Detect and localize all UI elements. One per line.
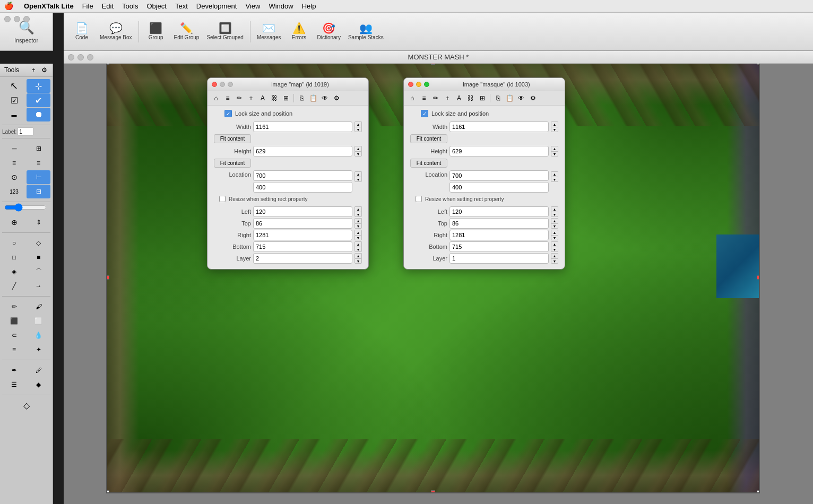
insp2-loc-down[interactable]: ▼ [551, 177, 558, 182]
tool-lasso[interactable]: ⊂ [2, 328, 26, 342]
insp1-left-input[interactable] [253, 206, 352, 217]
toolbar-message-box[interactable]: 💬 Message Box [97, 16, 135, 48]
insp2-left-up[interactable]: ▲ [551, 206, 558, 212]
insp2-layer-input[interactable] [449, 253, 549, 264]
canvas-close[interactable] [68, 54, 74, 60]
insp1-width-up[interactable]: ▲ [354, 121, 362, 127]
insp2-resize-checkbox[interactable] [416, 196, 422, 202]
insp1-tool-copy[interactable]: ⎘ [296, 93, 307, 103]
insp1-tool-preview[interactable]: 👁 [319, 93, 330, 103]
tool-rect-empty[interactable]: □ [2, 250, 26, 264]
menu-text[interactable]: Text [175, 2, 188, 10]
tools-zoom[interactable] [23, 16, 30, 22]
insp2-tool-copy[interactable]: ⎘ [492, 93, 503, 103]
insp1-location-x[interactable] [253, 170, 352, 181]
insp1-tool-pen[interactable]: ✏ [234, 93, 245, 103]
tool-curve[interactable]: ⌒ [27, 265, 50, 279]
insp1-left-down[interactable]: ▼ [354, 212, 362, 217]
slider-control[interactable] [4, 204, 47, 211]
tool-progress[interactable]: ⊕ [2, 215, 26, 229]
insp1-top-up[interactable]: ▲ [354, 218, 362, 223]
tool-hlines[interactable]: ☰ [2, 378, 26, 392]
tool-circle-empty[interactable]: ○ [2, 236, 26, 250]
apple-menu[interactable]: 🍎 [4, 2, 13, 10]
tools-gear-button[interactable]: ⚙ [40, 66, 48, 74]
tool-extra[interactable]: ◇ [23, 398, 30, 412]
insp1-right-up[interactable]: ▲ [354, 230, 362, 235]
tool-oval-fill[interactable]: ⏺ [27, 108, 50, 121]
insp2-tool-paste[interactable]: 📋 [504, 93, 515, 103]
tool-rect-widget[interactable]: ▬ [2, 108, 26, 121]
tool-diamond2[interactable]: ◆ [27, 378, 50, 392]
insp2-tool-home[interactable]: ⌂ [407, 93, 418, 103]
tool-list[interactable]: ≡ [2, 156, 26, 170]
toolbar-errors[interactable]: ⚠️ Errors [285, 16, 313, 48]
tool-step[interactable]: 123 [2, 185, 26, 198]
toolbar-group[interactable]: ⬛ Group [142, 16, 170, 48]
insp1-height-input[interactable] [253, 146, 352, 157]
tool-star[interactable]: ✦ [27, 343, 50, 357]
menu-tools[interactable]: Tools [122, 2, 138, 10]
tool-brush2[interactable]: 🖊 [27, 363, 50, 377]
insp1-min[interactable] [220, 82, 225, 87]
insp1-location-y[interactable] [253, 182, 352, 193]
insp2-left-input[interactable] [449, 206, 549, 217]
tool-brush[interactable]: 🖌 [27, 300, 50, 314]
tools-add-button[interactable]: + [29, 66, 38, 74]
insp2-tool-link[interactable]: ⛓ [465, 93, 476, 103]
menu-view[interactable]: View [245, 2, 260, 10]
insp1-height-fit[interactable]: Fit content [214, 159, 251, 168]
menu-development[interactable]: Development [196, 2, 237, 10]
insp2-tool-settings[interactable]: ⚙ [527, 93, 538, 103]
tool-poly[interactable]: ◈ [2, 265, 26, 279]
tool-step-alt[interactable]: ⊟ [27, 185, 50, 198]
insp1-left-up[interactable]: ▲ [354, 206, 362, 212]
insp2-width-input[interactable] [449, 121, 549, 132]
tool-diamond[interactable]: ◇ [27, 236, 50, 250]
menu-edit[interactable]: Edit [102, 2, 114, 10]
tool-line[interactable]: ╱ [2, 279, 26, 293]
insp1-tool-paste[interactable]: 📋 [308, 93, 318, 103]
insp2-top-down[interactable]: ▼ [551, 223, 558, 229]
insp2-location-y[interactable] [449, 182, 549, 193]
insp2-min[interactable] [416, 82, 421, 87]
canvas-zoom[interactable] [87, 54, 93, 60]
insp1-loc-up[interactable]: ▲ [354, 171, 362, 177]
insp1-bottom-down[interactable]: ▼ [354, 247, 362, 252]
app-name[interactable]: OpenXTalk Lite [24, 2, 74, 10]
insp2-height-fit[interactable]: Fit content [410, 159, 447, 168]
insp1-bottom-input[interactable] [253, 241, 352, 252]
insp2-layer-down[interactable]: ▼ [551, 258, 558, 264]
tool-fill[interactable]: ⬛ [2, 314, 26, 328]
insp2-height-input[interactable] [449, 146, 549, 157]
insp1-tool-text[interactable]: A [257, 93, 268, 103]
insp1-width-down[interactable]: ▼ [354, 127, 362, 132]
tools-close[interactable] [4, 16, 11, 22]
insp2-right-up[interactable]: ▲ [551, 230, 558, 235]
menu-window[interactable]: Window [269, 2, 293, 10]
insp1-right-input[interactable] [253, 230, 352, 240]
insp2-layer-up[interactable]: ▲ [551, 253, 558, 258]
tool-pen2[interactable]: ✒ [2, 363, 26, 377]
insp2-right-input[interactable] [449, 230, 549, 240]
insp1-tool-settings[interactable]: ⚙ [331, 93, 342, 103]
handle-bl[interactable] [106, 490, 109, 493]
insp1-width-fit[interactable]: Fit content [214, 134, 251, 143]
insp1-tool-home[interactable]: ⌂ [211, 93, 221, 103]
tool-vslider[interactable]: ⇕ [27, 215, 50, 229]
menu-file[interactable]: File [82, 2, 93, 10]
tool-slider-h[interactable]: ⊢ [27, 170, 50, 184]
insp1-tool-link[interactable]: ⛓ [269, 93, 280, 103]
insp1-layer-down[interactable]: ▼ [354, 258, 362, 264]
tool-rect-fill2[interactable]: ■ [27, 250, 50, 264]
toolbar-select-grouped[interactable]: 🔲 Select Grouped [203, 16, 247, 48]
tool-pencil[interactable]: ✏ [2, 300, 26, 314]
insp1-max[interactable] [228, 82, 233, 87]
insp2-height-down[interactable]: ▼ [551, 151, 558, 157]
insp1-height-up[interactable]: ▲ [354, 146, 362, 151]
toolbar-messages[interactable]: ✉️ Messages [254, 16, 284, 48]
tool-checkbox[interactable]: ☑ [2, 93, 26, 107]
insp1-tool-plus[interactable]: + [246, 93, 256, 103]
label-input[interactable] [18, 127, 33, 136]
insp1-right-down[interactable]: ▼ [354, 235, 362, 240]
